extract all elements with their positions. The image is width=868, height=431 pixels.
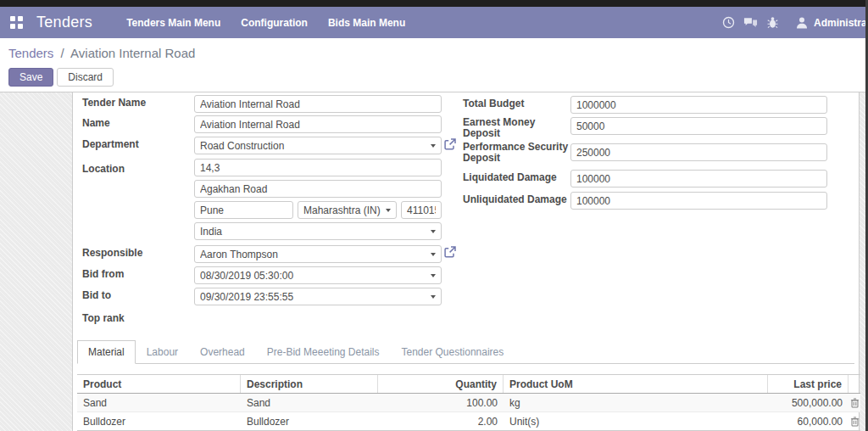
chevron-down-icon[interactable] [431, 274, 436, 277]
cell-product-uom[interactable]: Unit(s) [504, 412, 768, 430]
bid-from-select[interactable] [194, 266, 442, 284]
tab-labour[interactable]: Labour [136, 340, 189, 364]
window-top-strip [0, 0, 868, 7]
unliquidated-damage-label: Unliquidated Damage [463, 194, 575, 205]
tender-name-input[interactable] [194, 95, 442, 113]
bid-from-input[interactable] [194, 266, 442, 284]
form-actions: Save Discard [8, 68, 114, 87]
location-zip-input[interactable] [401, 201, 442, 219]
tab-overhead[interactable]: Overhead [189, 340, 256, 364]
breadcrumb: Tenders / Aviation Internal Road [8, 46, 195, 60]
table-row[interactable]: Sand Sand 100.00 kg 500,000.00 [77, 394, 860, 412]
header-description[interactable]: Description [241, 375, 378, 393]
tender-name-label: Tender Name [82, 98, 194, 109]
trash-icon[interactable] [850, 398, 860, 408]
chevron-down-icon[interactable] [386, 209, 391, 212]
total-budget-label: Total Budget [463, 98, 575, 109]
unliquidated-damage-input[interactable] [570, 192, 827, 210]
avatar-icon [795, 16, 809, 29]
liquidated-damage-label: Liquidated Damage [463, 172, 575, 183]
location-city-input[interactable] [194, 201, 293, 219]
main-menus: Tenders Main Menu Configuration Bids Mai… [126, 17, 405, 29]
tab-pre-bid-meeting-details[interactable]: Pre-Bid Meeeting Details [256, 340, 391, 364]
responsible-label: Responsible [82, 248, 194, 259]
menu-bids-main[interactable]: Bids Main Menu [328, 17, 405, 29]
app-title[interactable]: Tenders [36, 14, 92, 31]
performance-security-label: Performance Security Deposit [463, 142, 575, 164]
performance-security-input[interactable] [570, 143, 827, 161]
chevron-down-icon[interactable] [431, 295, 436, 299]
name-label: Name [82, 118, 194, 129]
bug-icon[interactable] [761, 16, 783, 29]
discard-button[interactable]: Discard [57, 68, 114, 87]
trash-icon[interactable] [850, 417, 860, 427]
apps-grid-icon[interactable] [10, 16, 23, 29]
breadcrumb-separator: / [61, 46, 64, 60]
top-rank-label: Top rank [82, 313, 194, 324]
earnest-money-input[interactable] [570, 117, 827, 135]
form-background: Tender Name Name Department Location Res… [0, 92, 868, 431]
tab-tender-questionnaires[interactable]: Tender Questionnaires [391, 340, 515, 364]
total-budget-input[interactable] [570, 96, 827, 114]
department-label: Department [82, 139, 194, 150]
table-row[interactable]: Bulldozer Bulldozer 2.00 Unit(s) 60,000.… [77, 412, 860, 431]
breadcrumb-current: Aviation Internal Road [70, 46, 195, 60]
cell-description[interactable]: Sand [241, 394, 378, 411]
form-sheet: Tender Name Name Department Location Res… [72, 92, 860, 431]
location-country-input[interactable] [194, 222, 442, 240]
breadcrumb-root-link[interactable]: Tenders [8, 46, 53, 60]
material-lines-table: Product Description Quantity Product UoM… [77, 374, 860, 431]
user-menu[interactable]: Administrator [795, 16, 868, 29]
location-state-input[interactable] [298, 201, 397, 219]
navbar-right: Administrator [717, 7, 868, 38]
bid-to-label: Bid to [82, 290, 194, 301]
location-country-select[interactable] [194, 222, 442, 240]
chevron-down-icon[interactable] [431, 144, 436, 148]
earnest-money-label: Earnest Money Deposit [463, 117, 575, 139]
responsible-external-link-icon[interactable] [444, 246, 456, 258]
header-product[interactable]: Product [77, 375, 241, 393]
cell-quantity[interactable]: 100.00 [378, 394, 504, 411]
clock-icon[interactable] [717, 16, 739, 29]
responsible-input[interactable] [194, 245, 442, 263]
cell-quantity[interactable]: 2.00 [378, 412, 504, 430]
menu-configuration[interactable]: Configuration [241, 17, 308, 29]
location-street-input[interactable] [194, 159, 442, 176]
tab-material[interactable]: Material [77, 340, 136, 364]
header-quantity[interactable]: Quantity [378, 375, 504, 393]
cell-product-uom[interactable]: kg [504, 394, 768, 411]
menu-tenders-main[interactable]: Tenders Main Menu [126, 17, 220, 29]
save-button[interactable]: Save [8, 68, 53, 87]
location-state-select[interactable] [298, 201, 397, 219]
notebook-tabs: Material Labour Overhead Pre-Bid Meeetin… [77, 340, 854, 364]
location-street2-input[interactable] [194, 180, 442, 198]
name-input[interactable] [194, 115, 442, 133]
header-delete [849, 375, 860, 393]
cell-product[interactable]: Bulldozer [77, 412, 241, 430]
liquidated-damage-input[interactable] [570, 170, 827, 188]
department-external-link-icon[interactable] [444, 138, 456, 150]
bid-from-label: Bid from [82, 269, 194, 280]
header-last-price[interactable]: Last price [768, 375, 849, 393]
department-select[interactable] [194, 137, 442, 154]
bid-to-select[interactable] [194, 288, 442, 305]
user-name: Administrator [814, 17, 868, 29]
cell-last-price[interactable]: 500,000.00 [768, 394, 849, 411]
cell-description[interactable]: Bulldozer [241, 412, 378, 430]
chevron-down-icon[interactable] [431, 253, 436, 256]
location-label: Location [82, 164, 194, 175]
bid-to-input[interactable] [194, 288, 442, 305]
control-panel: Tenders / Aviation Internal Road Save Di… [0, 38, 868, 92]
navbar: Tenders Tenders Main Menu Configuration … [0, 7, 868, 38]
department-input[interactable] [194, 137, 442, 154]
chevron-down-icon[interactable] [431, 230, 436, 233]
header-product-uom[interactable]: Product UoM [504, 375, 768, 393]
responsible-select[interactable] [194, 245, 442, 263]
chat-bubbles-icon[interactable] [739, 17, 761, 29]
cell-last-price[interactable]: 60,000.00 [768, 412, 849, 430]
cell-product[interactable]: Sand [77, 394, 241, 411]
table-header-row: Product Description Quantity Product UoM… [77, 374, 860, 394]
